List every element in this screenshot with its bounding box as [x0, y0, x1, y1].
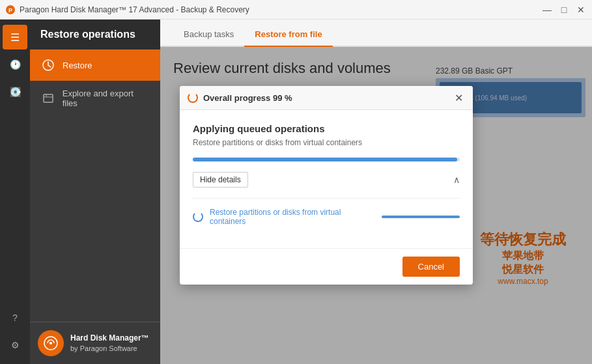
settings-icon: ⚙ — [11, 340, 20, 350]
main-content: Backup tasks Restore from file Review cu… — [160, 20, 592, 364]
sidebar-icon-bottom: ? ⚙ — [3, 305, 27, 357]
close-button[interactable]: ✕ — [575, 4, 587, 16]
hide-details-button[interactable]: Hide details — [193, 172, 248, 188]
title-bar-logo: P Paragon Hard Disk Manager™ 17 Advanced… — [5, 5, 249, 15]
sidebar-icon-clock[interactable]: 🕐 — [3, 52, 27, 77]
tab-bar: Backup tasks Restore from file — [160, 20, 592, 47]
detail-progress-bar — [382, 216, 460, 218]
question-icon: ? — [12, 313, 18, 323]
svg-rect-3 — [44, 94, 53, 102]
sidebar-item-restore[interactable]: Restore — [30, 49, 160, 81]
hide-details-row: Hide details ∧ — [193, 172, 460, 188]
detail-item-text: Restore partitions or disks from virtual… — [210, 208, 375, 226]
sidebar-icons: ☰ 🕐 💽 ? ⚙ — [0, 20, 30, 364]
dialog-title-bar: Overall progress 99 % ✕ — [180, 86, 473, 110]
app-logo-icon: P — [5, 5, 16, 15]
progress-dialog: Overall progress 99 % ✕ Applying queued … — [180, 86, 473, 285]
detail-item: Restore partitions or disks from virtual… — [193, 208, 460, 226]
dialog-title-text: Overall progress 99 % — [203, 93, 292, 103]
sidebar-icon-settings[interactable]: ⚙ — [3, 333, 27, 357]
brand-info: Hard Disk Manager™ by Paragon Software — [70, 333, 149, 354]
left-panel-bottom: Hard Disk Manager™ by Paragon Software — [30, 322, 160, 364]
brand-by: by Paragon Software — [70, 344, 137, 352]
brand-name: Hard Disk Manager™ — [70, 333, 149, 343]
menu-icon: ☰ — [10, 31, 20, 44]
svg-text:P: P — [8, 7, 12, 14]
left-panel-header: Restore operations — [30, 20, 160, 49]
tab-backup-tasks[interactable]: Backup tasks — [173, 23, 244, 47]
cancel-button[interactable]: Cancel — [402, 257, 460, 277]
explore-label: Explore and export files — [63, 89, 150, 108]
sidebar-item-explore[interactable]: Explore and export files — [30, 81, 160, 116]
maximize-button[interactable]: □ — [558, 4, 570, 16]
svg-point-7 — [49, 342, 52, 344]
sidebar-icon-menu[interactable]: ☰ — [3, 25, 27, 49]
dialog-subtitle: Restore partitions or disks from virtual… — [193, 138, 460, 147]
dialog-main-title: Applying queued operations — [193, 123, 460, 134]
dialog-close-button[interactable]: ✕ — [452, 91, 465, 104]
disk-icon: 💽 — [10, 87, 21, 97]
restore-label: Restore — [63, 61, 92, 70]
dialog-footer: Cancel — [180, 248, 473, 285]
brand-logo — [38, 330, 64, 356]
title-bar-text: Paragon Hard Disk Manager™ 17 Advanced -… — [20, 5, 249, 14]
modal-overlay: Overall progress 99 % ✕ Applying queued … — [160, 47, 592, 364]
detail-spinner-icon — [193, 212, 203, 222]
dialog-body: Applying queued operations Restore parti… — [180, 110, 473, 248]
detail-section: Restore partitions or disks from virtual… — [193, 198, 460, 226]
explore-icon — [40, 91, 56, 106]
title-bar: P Paragon Hard Disk Manager™ 17 Advanced… — [0, 0, 592, 20]
main-progress-bar-container — [193, 158, 460, 161]
app-layout: ☰ 🕐 💽 ? ⚙ Restore operations — [0, 20, 592, 364]
clock-icon: 🕐 — [10, 59, 21, 70]
content-area: Review current disks and volumes 232.89 … — [160, 47, 592, 364]
chevron-up-icon: ∧ — [453, 175, 460, 185]
minimize-button[interactable]: — — [541, 4, 553, 16]
main-progress-bar-fill — [193, 158, 457, 161]
dialog-spinner-icon — [188, 92, 198, 103]
sidebar-icon-question[interactable]: ? — [3, 305, 27, 330]
tab-restore-from-file[interactable]: Restore from file — [244, 23, 332, 47]
dialog-title-content: Overall progress 99 % — [188, 92, 292, 103]
title-bar-controls: — □ ✕ — [541, 4, 587, 16]
sidebar-icon-disk[interactable]: 💽 — [3, 79, 27, 104]
left-panel: Restore operations Restore Explore and e… — [30, 20, 160, 364]
restore-icon — [40, 57, 56, 73]
